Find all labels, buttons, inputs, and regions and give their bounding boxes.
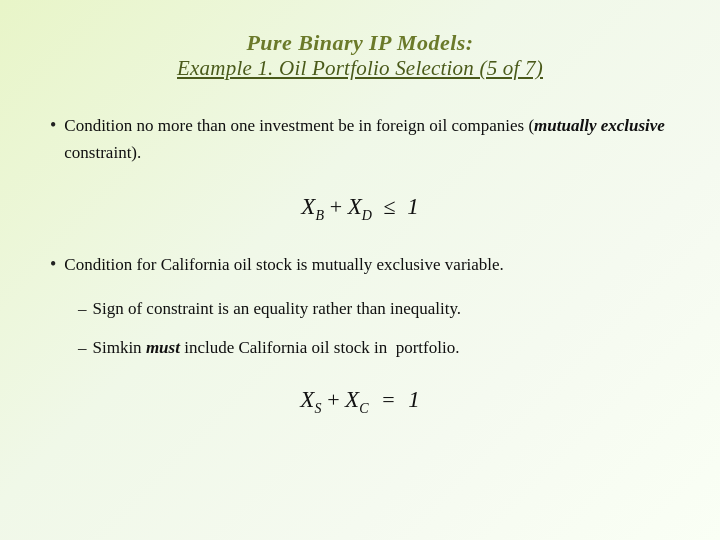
- eq1-rhs-val: 1: [407, 194, 419, 219]
- bullet-line-1: • Condition no more than one investment …: [50, 109, 670, 166]
- bullet-dot-1: •: [50, 111, 56, 140]
- must-label: must: [146, 338, 180, 357]
- eq2-lhs: XS: [300, 387, 327, 412]
- eq1-plus: +: [330, 194, 348, 219]
- equation-2: XS + XC = 1: [50, 387, 670, 417]
- dash-item-2: – Simkin must include California oil sto…: [50, 334, 670, 361]
- title-block: Pure Binary IP Models: Example 1. Oil Po…: [177, 30, 543, 81]
- eq1-rhs-var: XD: [348, 194, 378, 219]
- bullet-item-1: • Condition no more than one investment …: [50, 109, 670, 166]
- eq1-lhs: XB: [301, 194, 329, 219]
- bullet-text-2: Condition for California oil stock is mu…: [64, 251, 670, 278]
- dash-symbol-2: –: [78, 334, 87, 361]
- dash-text-2: Simkin must include California oil stock…: [93, 334, 460, 361]
- bullet-text-1: Condition no more than one investment be…: [64, 112, 670, 166]
- bullet-line-2: • Condition for California oil stock is …: [50, 248, 670, 279]
- dash-text-1: Sign of constraint is an equality rather…: [93, 295, 462, 322]
- eq2-plus: +: [327, 387, 345, 412]
- eq1-leq: ≤: [384, 194, 402, 219]
- mutually-exclusive-label: mutually exclusive: [534, 116, 665, 135]
- eq2-rhs-val: 1: [408, 387, 420, 412]
- bullet-dot-2: •: [50, 250, 56, 279]
- equation-1: XB + XD ≤ 1: [50, 194, 670, 224]
- main-content: • Condition no more than one investment …: [50, 109, 670, 431]
- title-line1: Pure Binary IP Models:: [177, 30, 543, 56]
- eq2-rhs-var: XC: [345, 387, 374, 412]
- eq2-eq: =: [382, 387, 400, 412]
- title-line2: Example 1. Oil Portfolio Selection (5 of…: [177, 56, 543, 81]
- bullet-item-2: • Condition for California oil stock is …: [50, 248, 670, 279]
- dash-item-1: – Sign of constraint is an equality rath…: [50, 295, 670, 322]
- dash-symbol-1: –: [78, 295, 87, 322]
